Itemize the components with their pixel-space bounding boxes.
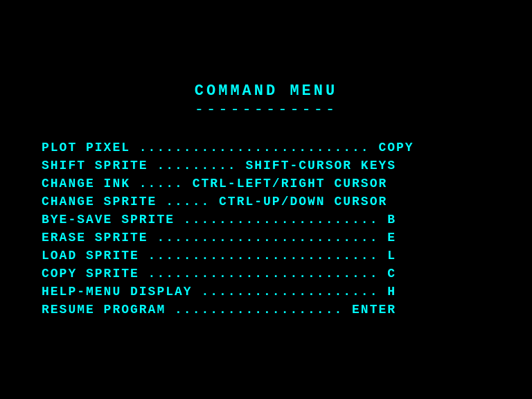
menu-item: PLOT PIXEL .......................... CO… <box>42 141 490 154</box>
menu-item: BYE-SAVE SPRITE ...................... B <box>42 213 490 227</box>
menu-item-label-1: SHIFT SPRITE ......... SHIFT-CURSOR KEYS <box>42 159 490 172</box>
menu-list: PLOT PIXEL .......................... CO… <box>42 141 490 317</box>
menu-item: SHIFT SPRITE ......... SHIFT-CURSOR KEYS <box>42 159 490 172</box>
menu-item: LOAD SPRITE .......................... L <box>42 249 490 263</box>
menu-item-label-0: PLOT PIXEL .......................... CO… <box>42 141 490 154</box>
title-underline: ------------ <box>195 101 337 118</box>
screen: COMMAND MENU ------------ PLOT PIXEL ...… <box>0 0 532 399</box>
menu-item: ERASE SPRITE ......................... E <box>42 231 490 245</box>
menu-item-label-4: BYE-SAVE SPRITE ...................... B <box>42 213 490 227</box>
title-block: COMMAND MENU ------------ <box>195 82 337 118</box>
menu-item-label-5: ERASE SPRITE ......................... E <box>42 231 490 245</box>
menu-item-label-7: COPY SPRITE .......................... C <box>42 267 490 281</box>
menu-item-label-2: CHANGE INK ..... CTRL-LEFT/RIGHT CURSOR <box>42 177 490 190</box>
menu-item: CHANGE SPRITE ..... CTRL-UP/DOWN CURSOR <box>42 195 490 209</box>
menu-item-label-6: LOAD SPRITE .......................... L <box>42 249 490 263</box>
command-menu-title: COMMAND MENU <box>195 82 337 100</box>
menu-item-label-9: RESUME PROGRAM ................... ENTER <box>42 303 490 317</box>
menu-item-label-3: CHANGE SPRITE ..... CTRL-UP/DOWN CURSOR <box>42 195 490 209</box>
menu-item: HELP-MENU DISPLAY .................... H <box>42 285 490 299</box>
menu-item: COPY SPRITE .......................... C <box>42 267 490 281</box>
menu-item-label-8: HELP-MENU DISPLAY .................... H <box>42 285 490 299</box>
menu-item: RESUME PROGRAM ................... ENTER <box>42 303 490 317</box>
menu-item: CHANGE INK ..... CTRL-LEFT/RIGHT CURSOR <box>42 177 490 190</box>
